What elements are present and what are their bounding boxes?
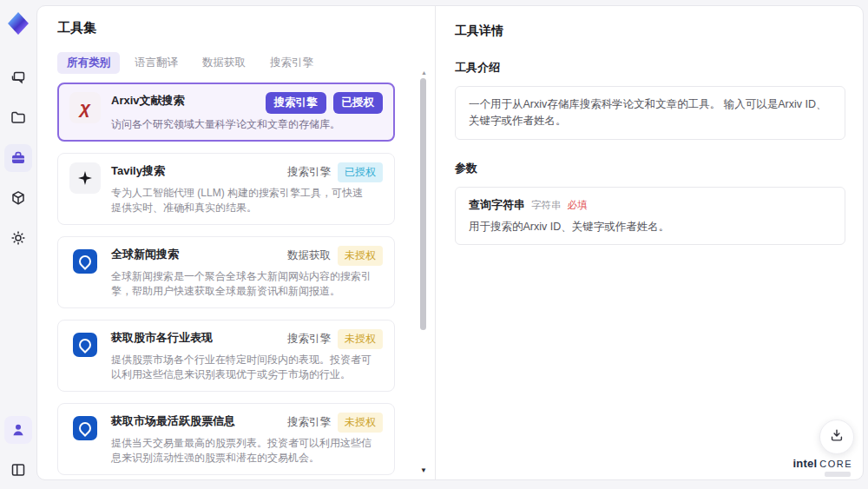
panels-icon xyxy=(10,461,27,479)
tool-list: Arxiv文献搜索 搜索引擎 已授权 访问各个研究领域大量科学论文和文章的存储库… xyxy=(57,83,435,479)
nav-plugins[interactable] xyxy=(4,184,32,212)
param-required-flag: 必填 xyxy=(568,199,588,212)
tool-name: 全球新闻搜索 xyxy=(111,246,179,262)
tool-status-badge: 未授权 xyxy=(338,246,383,266)
tool-icon xyxy=(69,162,101,194)
intel-core-logo: intelCORE xyxy=(792,457,852,477)
gear-icon xyxy=(10,229,27,247)
param-box: 查询字符串 字符串 必填 用于搜索的Arxiv ID、关键字或作者姓名。 xyxy=(455,187,845,245)
nav-files[interactable] xyxy=(4,104,32,132)
tool-category-badge: 搜索引擎 xyxy=(266,92,326,114)
left-rail xyxy=(0,0,36,489)
tool-description: 专为人工智能代理 (LLM) 构建的搜索引擎工具，可快速提供实时、准确和真实的结… xyxy=(111,186,372,215)
chat-icon xyxy=(10,69,27,87)
page-title: 工具集 xyxy=(57,20,435,36)
tool-status-badge: 已授权 xyxy=(333,92,384,114)
params-heading: 参数 xyxy=(455,161,845,176)
download-icon xyxy=(829,427,845,446)
tool-description: 访问各个研究领域大量科学论文和文章的存储库。 xyxy=(111,117,372,132)
detail-title: 工具详情 xyxy=(455,23,845,39)
scrollbar-up-arrow[interactable]: ▲ xyxy=(421,69,427,76)
nav-account[interactable] xyxy=(4,416,32,444)
intro-box: 一个用于从Arxiv存储库搜索科学论文和文章的工具。 输入可以是Arxiv ID… xyxy=(455,86,845,140)
category-tabs: 所有类别 语言翻译 数据获取 搜索引擎 xyxy=(57,52,435,74)
tool-card[interactable]: Arxiv文献搜索 搜索引擎 已授权 访问各个研究领域大量科学论文和文章的存储库… xyxy=(57,83,395,142)
tool-status-badge: 已授权 xyxy=(338,162,383,182)
tool-category-badge: 搜索引擎 xyxy=(287,165,331,180)
user-icon xyxy=(10,421,27,439)
cube-icon xyxy=(10,189,27,207)
category-tab[interactable]: 语言翻译 xyxy=(125,52,187,74)
brand-intel: intel xyxy=(792,457,817,470)
tool-description: 全球新闻搜索是一个聚合全球各大新闻网站内容的搜索引擎，帮助用户快速获取全球最新资… xyxy=(111,269,372,299)
param-name: 查询字符串 xyxy=(469,197,525,213)
tool-icon xyxy=(69,246,101,277)
scrollbar-thumb[interactable] xyxy=(420,78,426,330)
download-button[interactable] xyxy=(819,420,854,454)
nav-toggle-sidebar[interactable] xyxy=(4,456,32,484)
tool-name: 获取市场最活跃股票信息 xyxy=(111,413,235,429)
tool-category-badge: 搜索引擎 xyxy=(287,332,331,347)
intro-heading: 工具介绍 xyxy=(455,60,845,76)
tool-detail-panel: 工具详情 工具介绍 一个用于从Arxiv存储库搜索科学论文和文章的工具。 输入可… xyxy=(435,6,863,479)
tool-card[interactable]: 全球新闻搜索 数据获取 未授权 全球新闻搜索是一个聚合全球各大新闻网站内容的搜索… xyxy=(57,236,395,308)
tool-icon xyxy=(69,92,101,123)
app-logo xyxy=(7,12,30,35)
nav-chat[interactable] xyxy=(4,64,32,92)
folder-icon xyxy=(10,109,27,127)
tool-name: 获取股市各行业表现 xyxy=(111,329,213,346)
category-tab[interactable]: 所有类别 xyxy=(57,52,120,74)
tool-name: Tavily搜索 xyxy=(111,162,165,179)
brand-core: CORE xyxy=(819,459,852,469)
tool-description: 提供股票市场各个行业在特定时间段内的表现。投资者可以利用这些信息来识别表现优于或… xyxy=(111,353,372,382)
tool-status-badge: 未授权 xyxy=(338,413,383,433)
tool-description: 提供当天交易量最高的股票列表。投资者可以利用这些信息来识别流动性强的股票和潜在的… xyxy=(111,436,372,466)
nav-settings[interactable] xyxy=(4,224,32,252)
tool-list-column: 工具集 所有类别 语言翻译 数据获取 搜索引擎 Arxiv文献搜索 xyxy=(37,6,435,479)
scrollbar-down-arrow[interactable]: ▼ xyxy=(420,466,427,474)
nav-tools[interactable] xyxy=(4,144,32,172)
category-tab[interactable]: 数据获取 xyxy=(193,52,255,74)
category-tab[interactable]: 搜索引擎 xyxy=(260,52,323,74)
tool-card[interactable]: 获取股市各行业表现 搜索引擎 未授权 提供股票市场各个行业在特定时间段内的表现。… xyxy=(57,320,395,392)
brand-ultra-mark xyxy=(825,472,851,477)
param-type: 字符串 xyxy=(531,199,562,212)
main-panel: 工具集 所有类别 语言翻译 数据获取 搜索引擎 Arxiv文献搜索 xyxy=(36,5,864,480)
tool-category-badge: 数据获取 xyxy=(287,248,331,263)
tool-card[interactable]: 获取市场最活跃股票信息 搜索引擎 未授权 提供当天交易量最高的股票列表。投资者可… xyxy=(57,403,395,475)
tool-icon xyxy=(69,413,101,444)
tool-card[interactable]: Tavily搜索 搜索引擎 已授权 专为人工智能代理 (LLM) 构建的搜索引擎… xyxy=(57,153,395,225)
tool-status-badge: 未授权 xyxy=(338,329,383,349)
param-description: 用于搜索的Arxiv ID、关键字或作者姓名。 xyxy=(469,220,832,235)
briefcase-icon xyxy=(10,149,27,167)
intro-text: 一个用于从Arxiv存储库搜索科学论文和文章的工具。 输入可以是Arxiv ID… xyxy=(469,96,832,129)
tool-category-badge: 搜索引擎 xyxy=(287,415,331,430)
tool-icon xyxy=(69,329,101,360)
tool-name: Arxiv文献搜索 xyxy=(111,92,185,109)
